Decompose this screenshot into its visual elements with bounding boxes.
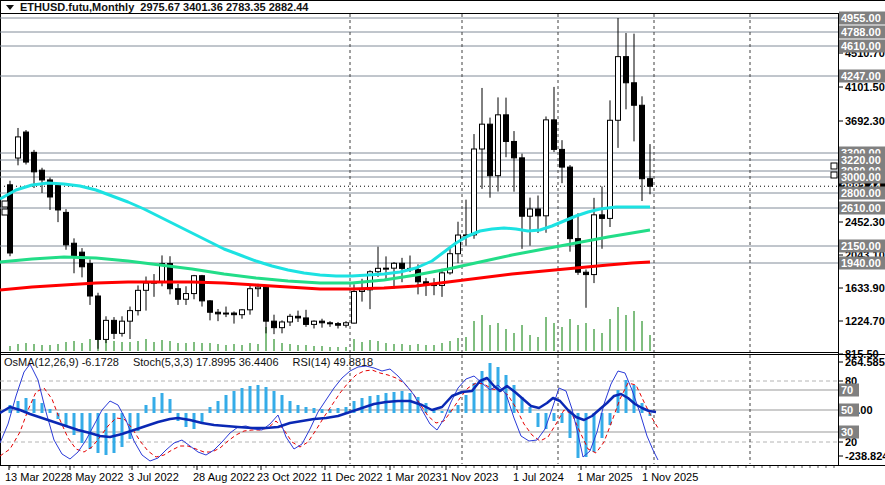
date-label[interactable]: 1 Nov 2023	[442, 471, 498, 483]
candle-bearish	[216, 312, 221, 314]
candle-bullish	[224, 313, 229, 314]
candle-bullish	[256, 287, 261, 289]
date-label[interactable]: 1 Nov 2025	[642, 471, 698, 483]
indicator-tick-label[interactable]: -238.8249	[845, 450, 885, 462]
indicator-line-label: 30	[841, 426, 853, 438]
price-line-label: 2610.00	[841, 202, 881, 214]
line-handle[interactable]	[831, 163, 837, 169]
candle-bullish	[344, 323, 349, 325]
price-line-label: 4955.00	[841, 12, 881, 24]
candle-bearish	[400, 263, 405, 268]
candle-bearish	[488, 124, 493, 176]
osma-bar	[249, 386, 252, 413]
candle-bullish	[280, 322, 285, 328]
candle-bullish	[384, 268, 389, 269]
osma-bar	[41, 403, 44, 413]
candle-bearish	[176, 289, 181, 300]
candle-bearish	[336, 324, 341, 326]
candle-bearish	[64, 212, 69, 244]
date-label[interactable]: 11 Dec 2022	[321, 471, 383, 483]
date-label[interactable]: 8 May 2022	[66, 471, 123, 483]
osma-bar	[441, 411, 444, 413]
chart-window: 4510.704101.503692.302452.302043.101633.…	[0, 0, 885, 485]
candle-bearish	[640, 105, 645, 178]
osma-bar	[409, 393, 412, 413]
price-line-label: 4247.00	[841, 70, 881, 82]
osma-bar	[121, 413, 124, 447]
osma-bar	[561, 413, 564, 423]
candle-bullish	[496, 115, 501, 176]
candle-bearish	[504, 115, 509, 142]
candle-bullish	[528, 209, 533, 216]
line-handle[interactable]	[831, 172, 837, 178]
line-handle[interactable]	[2, 201, 8, 207]
price-tick-label[interactable]: 1224.70	[845, 315, 885, 327]
osma-bar	[217, 401, 220, 413]
osma-bar	[225, 395, 228, 413]
date-label[interactable]: 1 Mar 2023	[386, 471, 442, 483]
date-label[interactable]: 3 Jul 2022	[128, 471, 179, 483]
price-line-label: 2800.00	[841, 187, 881, 199]
candle-bearish	[88, 264, 93, 296]
symbol-period-label: ETHUSD.futu,Monthly	[20, 1, 134, 13]
candle-bullish	[352, 291, 357, 323]
osma-bar	[33, 399, 36, 413]
candle-bearish	[208, 301, 213, 312]
stoch-label: Stoch(5,3,3) 17.8995 36.4406	[133, 356, 279, 369]
candle-bullish	[616, 57, 621, 121]
osma-label: OsMA(12,26,9) -6.1728	[4, 356, 119, 369]
osma-bar	[481, 371, 484, 413]
price-tick-label[interactable]: 2452.30	[845, 216, 885, 228]
osma-bar	[265, 387, 268, 413]
osma-bar	[49, 409, 52, 413]
candle-bullish	[120, 321, 125, 333]
candle-bullish	[240, 310, 245, 315]
price-tick-label[interactable]: 3692.30	[845, 115, 885, 127]
date-label[interactable]: 23 Oct 2022	[257, 471, 317, 483]
line-handle[interactable]	[2, 209, 8, 215]
candle-bearish	[560, 149, 565, 167]
candle-bearish	[72, 243, 77, 255]
price-line-label: 1940.00	[841, 257, 881, 269]
indicator-tick-label[interactable]: 264.5852	[845, 356, 885, 368]
candle-bearish	[32, 152, 37, 171]
date-label[interactable]: 1 Jul 2024	[513, 471, 564, 483]
osma-bar	[81, 413, 84, 443]
candle-bearish	[512, 141, 517, 157]
candle-bearish	[536, 209, 541, 216]
osma-bar	[233, 391, 236, 413]
candle-bearish	[112, 320, 117, 333]
candle-bullish	[104, 320, 109, 339]
price-tick-label[interactable]: 4101.50	[845, 81, 885, 93]
osma-bar	[105, 413, 108, 455]
osma-bar	[337, 408, 340, 413]
candle-bullish	[192, 276, 197, 294]
candle-bearish	[520, 158, 525, 216]
osma-bar	[241, 388, 244, 413]
candle-bearish	[264, 287, 269, 321]
symbol-title-bar[interactable]: ETHUSD.futu,Monthly 2975.67 3401.36 2783…	[0, 0, 885, 13]
candle-bullish	[376, 268, 381, 271]
osma-bar	[489, 363, 492, 413]
osma-bar	[169, 399, 172, 413]
price-line-label: 2150.00	[841, 240, 881, 252]
date-label[interactable]: 1 Mar 2025	[577, 471, 633, 483]
candle-bearish	[200, 276, 205, 301]
candle-bearish	[40, 170, 45, 180]
ma-cyan-line	[0, 183, 650, 276]
chart-canvas[interactable]: 4510.704101.503692.302452.302043.101633.…	[0, 0, 885, 485]
date-label[interactable]: 28 Aug 2022	[193, 471, 255, 483]
indicator-line-label: 70	[841, 384, 853, 396]
candle-bullish	[392, 263, 397, 268]
osma-bar	[17, 401, 20, 413]
osma-bar	[321, 409, 324, 413]
osma-bar	[553, 413, 556, 421]
candle-bullish	[480, 124, 485, 149]
symbol-dropdown-icon[interactable]	[6, 5, 14, 10]
date-label[interactable]: 13 Mar 2022	[5, 471, 67, 483]
price-tick-label[interactable]: 1633.90	[845, 282, 885, 294]
osma-bar	[593, 413, 596, 452]
osma-bar	[209, 407, 212, 413]
ohlc-readout: 2975.67 3401.36 2783.35 2882.44	[140, 1, 308, 13]
candle-bearish	[272, 321, 277, 327]
